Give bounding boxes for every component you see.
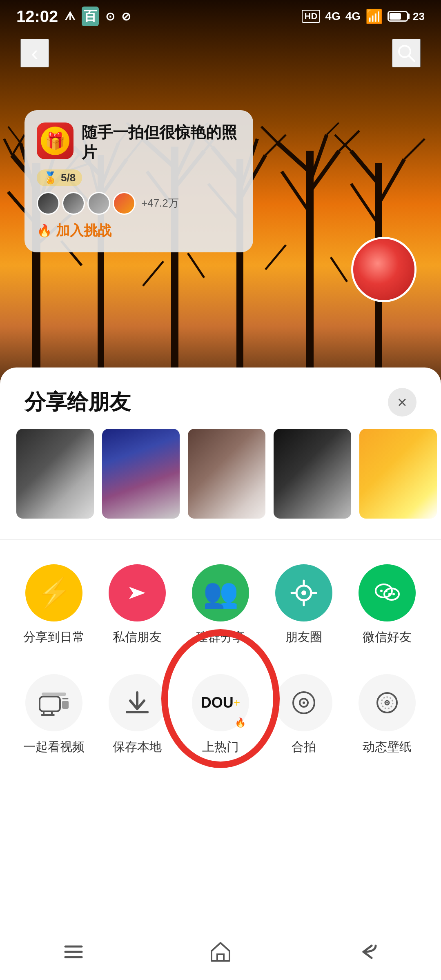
join-icon: 🔥: [37, 223, 52, 238]
card-progress: 🏅 5/8: [37, 169, 82, 186]
battery-fill: [390, 13, 401, 20]
bottom-navigation: [0, 923, 441, 980]
avatar-4: [113, 192, 136, 215]
join-label: 加入挑战: [56, 221, 111, 240]
svg-point-86: [386, 702, 388, 704]
action-watch[interactable]: 一起看视频: [12, 666, 96, 764]
collab-label: 合拍: [292, 739, 316, 755]
status-bar: 12:02 ᗑ 百 ⊙ ⊘ HD 4G 4G 📶 23: [0, 0, 441, 33]
card-title: 随手一拍但很惊艳的照 片: [82, 122, 237, 163]
action-wechat[interactable]: 微信好友: [345, 556, 429, 654]
app-icon-1: 百: [82, 7, 99, 26]
flower-thumbnail[interactable]: [351, 237, 416, 302]
signal-4g-2: 4G: [345, 10, 361, 23]
wifi-icon: 📶: [365, 8, 383, 24]
watch-label: 一起看视频: [23, 739, 85, 755]
avatar-1: [37, 192, 60, 215]
save-icon: [109, 674, 166, 731]
svg-rect-71: [40, 697, 60, 711]
action-wallpaper[interactable]: 动态壁纸: [345, 666, 429, 764]
svg-point-60: [301, 590, 306, 595]
action-collab[interactable]: 合拍: [262, 666, 345, 764]
app-icon-2: ⊙: [105, 10, 115, 23]
svg-rect-72: [42, 693, 66, 696]
status-right: HD 4G 4G 📶 23: [302, 8, 425, 24]
nav-menu[interactable]: [49, 935, 98, 968]
dou-text: DOU: [201, 694, 234, 711]
svg-point-70: [392, 593, 395, 595]
card-title-area: 随手一拍但很惊艳的照 片: [82, 122, 237, 163]
join-challenge-button[interactable]: 🔥 加入挑战: [37, 221, 111, 240]
action-daily[interactable]: ⚡ 分享到日常: [12, 556, 96, 654]
dou-plus-symbol: +: [234, 696, 240, 709]
wechat-icon: [359, 564, 416, 621]
filter-5[interactable]: [359, 429, 437, 519]
svg-line-52: [143, 261, 163, 286]
nav-back[interactable]: [343, 935, 392, 968]
wallpaper-icon: [359, 674, 416, 731]
action-dou[interactable]: DOU+ 🔥 上热门: [179, 666, 262, 764]
svg-marker-58: [129, 587, 145, 599]
filter-3[interactable]: [188, 429, 265, 519]
svg-line-7: [4, 139, 12, 155]
svg-line-46: [351, 151, 379, 184]
svg-line-53: [188, 253, 204, 278]
share-bottom-sheet: 分享给朋友 × ⚡ 分享到日常 私信朋友 👥 建群: [0, 368, 441, 923]
dm-icon: [109, 564, 166, 621]
wechat-label: 微信好友: [363, 629, 412, 646]
svg-line-57: [409, 56, 414, 61]
watch-icon: [25, 674, 82, 731]
battery-tip: [408, 13, 410, 19]
daily-icon: ⚡: [25, 564, 82, 621]
dou-plus-icon: DOU+ 🔥: [192, 674, 249, 731]
svg-rect-76: [62, 701, 69, 709]
close-button[interactable]: ×: [388, 388, 416, 416]
svg-point-69: [388, 593, 391, 595]
action-save[interactable]: 保存本地: [96, 666, 179, 764]
svg-line-55: [331, 257, 347, 282]
action-group[interactable]: 👥 建群分享: [179, 556, 262, 654]
action-row-1: ⚡ 分享到日常 私信朋友 👥 建群分享: [0, 556, 441, 654]
tiktok-icon: ᗑ: [65, 10, 75, 23]
svg-line-50: [404, 139, 425, 159]
filter-strip[interactable]: [0, 429, 441, 519]
card-icon: 🎁: [37, 122, 74, 159]
card-header: 🎁 随手一拍但很惊艳的照 片: [37, 122, 241, 163]
collab-icon: [275, 674, 332, 731]
filter-2[interactable]: [102, 429, 180, 519]
svg-line-42: [261, 127, 278, 143]
svg-rect-91: [217, 954, 224, 961]
avatar-2: [62, 192, 85, 215]
svg-line-47: [379, 159, 404, 204]
search-button[interactable]: [392, 39, 421, 67]
svg-point-68: [385, 590, 388, 592]
battery-indicator: [388, 11, 408, 22]
svg-line-11: [8, 127, 20, 143]
progress-icon: 🏅: [43, 171, 58, 185]
action-moments[interactable]: 朋友圈: [262, 556, 345, 654]
action-dm[interactable]: 私信朋友: [96, 556, 179, 654]
battery-percent: 23: [413, 10, 425, 23]
svg-line-44: [327, 122, 339, 135]
filter-4[interactable]: [274, 429, 351, 519]
share-header: 分享给朋友 ×: [0, 368, 441, 429]
signal-4g-1: 4G: [325, 10, 340, 23]
svg-line-48: [351, 184, 379, 225]
back-button[interactable]: ‹: [20, 39, 49, 67]
progress-text: 5/8: [61, 172, 76, 184]
svg-line-38: [278, 143, 310, 172]
group-label: 建群分享: [196, 629, 245, 646]
svg-line-54: [265, 245, 286, 270]
save-label: 保存本地: [113, 739, 162, 755]
separator-1: [0, 539, 441, 540]
avatar-3: [87, 192, 110, 215]
svg-line-40: [282, 172, 310, 212]
group-icon: 👥: [192, 564, 249, 621]
nav-home[interactable]: [196, 935, 245, 968]
filter-1[interactable]: [16, 429, 94, 519]
card-avatars: +47.2万: [37, 192, 241, 215]
dm-label: 私信朋友: [113, 629, 162, 646]
flower-inner: [353, 239, 414, 300]
participants-count: +47.2万: [141, 196, 179, 210]
challenge-card: 🎁 随手一拍但很惊艳的照 片 🏅 5/8 +47.2万 🔥 加入挑战: [24, 110, 253, 252]
